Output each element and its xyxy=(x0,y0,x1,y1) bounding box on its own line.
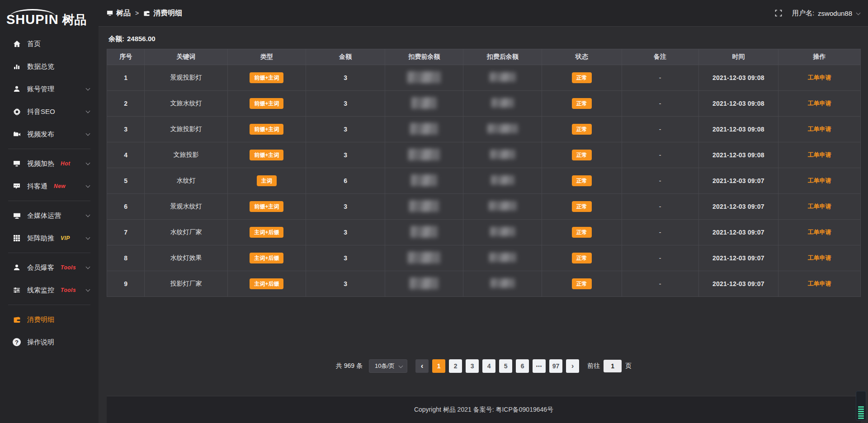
sidebar-item-instructions[interactable]: ? 操作说明 xyxy=(0,331,99,353)
sidebar-item-doukertong[interactable]: 抖客通 New xyxy=(0,175,99,197)
table-row: 4 文旅投影 前缀+主词 3 正常 - 2021-12-03 09:08 工单申… xyxy=(107,142,861,168)
time-cell: 2021-12-03 09:08 xyxy=(698,142,778,168)
user-menu[interactable]: 用户名: zswodun88 xyxy=(792,9,860,18)
status-badge: 正常 xyxy=(572,201,592,212)
breadcrumb-current[interactable]: 消费明细 xyxy=(143,9,182,18)
page-button-2[interactable]: 2 xyxy=(449,359,462,373)
page-button-6[interactable]: 6 xyxy=(516,359,529,373)
bar-chart-icon xyxy=(13,62,21,70)
user-icon xyxy=(13,85,21,93)
keyword-cell: 景观水纹灯 xyxy=(145,194,227,220)
row-index: 4 xyxy=(107,142,145,168)
sidebar-item-member-tools[interactable]: 会员爆客 Tools xyxy=(0,256,99,279)
page-size-select[interactable]: 10条/页 xyxy=(369,359,407,373)
content-area: 余额:24856.00 序号 关键词 类型 金额 扣费前余额 扣费后余额 xyxy=(99,27,868,423)
sidebar-item-douyin-seo[interactable]: 抖音SEO xyxy=(0,100,99,123)
sliders-icon xyxy=(13,286,21,294)
time-cell: 2021-12-03 09:08 xyxy=(698,91,778,117)
work-order-link[interactable]: 工单申请 xyxy=(808,177,831,184)
time-cell: 2021-12-03 09:07 xyxy=(698,245,778,271)
work-order-link[interactable]: 工单申请 xyxy=(808,280,831,287)
floating-widget[interactable] xyxy=(856,391,866,421)
pre-balance-masked xyxy=(385,271,463,297)
table-row: 6 景观水纹灯 前缀+主词 3 正常 - 2021-12-03 09:07 工单… xyxy=(107,194,861,220)
sidebar-item-media-operation[interactable]: 全媒体运营 xyxy=(0,204,99,227)
app-window: SHUPIN 树品 首页 数据总览 账号管理 抖音SEO xyxy=(0,0,868,423)
sidebar-item-label: 操作说明 xyxy=(27,338,54,347)
amount-cell: 3 xyxy=(306,117,385,142)
next-page-button[interactable]: › xyxy=(566,359,579,373)
type-badge: 前缀+主词 xyxy=(250,124,283,135)
remark-cell: - xyxy=(622,245,698,271)
arc-decoration xyxy=(10,9,55,16)
time-cell: 2021-12-03 09:07 xyxy=(698,271,778,297)
brand-logo-arc: SHUPIN xyxy=(6,13,59,26)
page-button-5[interactable]: 5 xyxy=(499,359,512,373)
table-row: 5 水纹灯 主词 6 正常 - 2021-12-03 09:07 工单申请 xyxy=(107,168,861,194)
chevron-down-icon xyxy=(86,264,90,269)
post-balance-masked xyxy=(463,245,542,271)
work-order-link[interactable]: 工单申请 xyxy=(808,229,831,235)
work-order-link[interactable]: 工单申请 xyxy=(808,203,831,210)
sidebar-item-video-publish[interactable]: 视频发布 xyxy=(0,123,99,146)
status-badge: 正常 xyxy=(572,253,592,263)
more-pages-button[interactable]: ••• xyxy=(533,359,546,373)
sidebar-item-data-overview[interactable]: 数据总览 xyxy=(0,55,99,78)
chevron-down-icon xyxy=(86,108,90,113)
keyword-cell: 水纹灯厂家 xyxy=(145,220,227,245)
work-order-link[interactable]: 工单申请 xyxy=(808,100,831,107)
breadcrumb-home[interactable]: 树品 xyxy=(107,9,131,18)
col-header-time: 时间 xyxy=(698,49,778,65)
pre-balance-masked xyxy=(385,65,463,91)
question-icon: ? xyxy=(13,338,21,346)
row-index: 3 xyxy=(107,117,145,142)
pre-balance-masked xyxy=(385,117,463,142)
sidebar-item-home[interactable]: 首页 xyxy=(0,33,99,55)
sidebar-item-label: 矩阵助推 xyxy=(27,234,54,243)
grid-icon xyxy=(13,234,21,242)
status-badge: 正常 xyxy=(572,278,592,289)
page-button-97[interactable]: 97 xyxy=(549,359,562,373)
wallet-icon xyxy=(13,315,21,324)
tools-badge: Tools xyxy=(61,287,76,293)
table-row: 8 水纹灯效果 主词+后缀 3 正常 - 2021-12-03 09:07 工单… xyxy=(107,245,861,271)
chevron-down-icon xyxy=(86,160,90,165)
balance-label: 余额: xyxy=(108,35,124,42)
remark-cell: - xyxy=(622,65,698,91)
fullscreen-icon[interactable] xyxy=(775,9,782,17)
work-order-link[interactable]: 工单申请 xyxy=(808,254,831,261)
sidebar-item-label: 数据总览 xyxy=(27,62,54,71)
type-badge: 主词+后缀 xyxy=(250,278,283,289)
sidebar-item-account-management[interactable]: 账号管理 xyxy=(0,78,99,100)
status-badge: 正常 xyxy=(572,175,592,186)
keyword-cell: 水纹灯效果 xyxy=(145,245,227,271)
work-order-link[interactable]: 工单申请 xyxy=(808,126,831,132)
prev-page-button[interactable]: ‹ xyxy=(415,359,429,373)
app-icon xyxy=(107,10,113,16)
post-balance-masked xyxy=(463,65,542,91)
status-badge: 正常 xyxy=(572,72,592,83)
page-button-3[interactable]: 3 xyxy=(466,359,479,373)
keyword-cell: 投影灯厂家 xyxy=(145,271,227,297)
pre-balance-masked xyxy=(385,220,463,245)
page-button-4[interactable]: 4 xyxy=(482,359,495,373)
sidebar-menu: 首页 数据总览 账号管理 抖音SEO 视频发布 xyxy=(0,30,99,353)
keyword-cell: 文旅投影灯 xyxy=(145,117,227,142)
sidebar-item-matrix-boost[interactable]: 矩阵助推 VIP xyxy=(0,227,99,249)
type-badge: 主词+后缀 xyxy=(250,253,283,263)
menu-divider xyxy=(8,253,90,253)
sidebar-item-video-heating[interactable]: 视频加热 Hot xyxy=(0,152,99,175)
col-header-post-balance: 扣费后余额 xyxy=(463,49,542,65)
hot-badge: Hot xyxy=(61,160,71,167)
post-balance-masked xyxy=(463,142,542,168)
work-order-link[interactable]: 工单申请 xyxy=(808,74,831,81)
sidebar-item-clue-monitor[interactable]: 线索监控 Tools xyxy=(0,279,99,301)
chevron-down-icon xyxy=(399,363,403,368)
jump-page-input[interactable] xyxy=(604,360,622,372)
work-order-link[interactable]: 工单申请 xyxy=(808,151,831,158)
sidebar-item-consumption-detail[interactable]: 消费明细 xyxy=(0,308,99,331)
col-header-index: 序号 xyxy=(107,49,145,65)
type-badge: 主词+后缀 xyxy=(250,227,283,238)
consumption-table: 序号 关键词 类型 金额 扣费前余额 扣费后余额 状态 备注 时间 操作 1 xyxy=(107,49,861,297)
page-button-1[interactable]: 1 xyxy=(432,359,445,373)
